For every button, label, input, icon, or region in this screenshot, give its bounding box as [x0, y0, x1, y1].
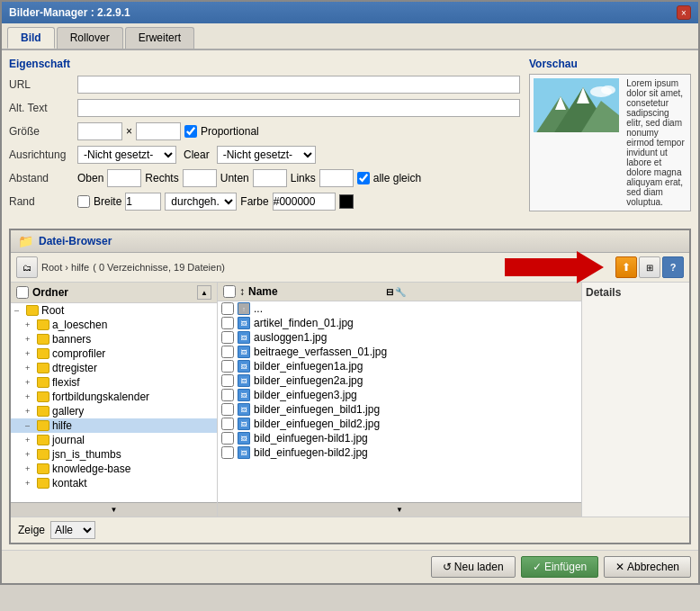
file-checkbox[interactable]	[221, 432, 234, 445]
list-item[interactable]: + fortbildungskalender	[11, 390, 217, 404]
left-panel: Eigenschaft URL Alt. Text Größe × Pro	[9, 58, 520, 216]
file-icon: ↑	[238, 302, 250, 315]
filter-icon[interactable]: 🔧	[395, 287, 406, 297]
list-item[interactable]: + gallery	[11, 404, 217, 418]
red-arrow-annotation	[505, 251, 604, 286]
list-item[interactable]: 🖼 bilder_einfuegen_bild2.jpg	[218, 417, 581, 431]
upload-button[interactable]: ⬆	[615, 256, 637, 278]
groesse-height-input[interactable]	[136, 122, 181, 140]
rand-style-select[interactable]: durchgeh...	[165, 193, 237, 211]
folder-scroll-up[interactable]: ▲	[197, 285, 211, 300]
file-checkbox[interactable]	[221, 302, 234, 315]
tab-erweitert[interactable]: Erweitert	[125, 27, 194, 49]
list-item[interactable]: 🖼 beitraege_verfassen_01.jpg	[218, 345, 581, 359]
folder-scroll-down[interactable]: ▼	[11, 502, 217, 517]
list-item[interactable]: – Root	[11, 303, 217, 318]
folder-icon	[37, 478, 49, 489]
help-button[interactable]: ?	[662, 256, 684, 278]
bottom-buttons: ↺ Neu laden ✓ Einfügen ✕ Abbrechen	[2, 550, 698, 583]
file-checkbox[interactable]	[221, 346, 234, 358]
url-group: URL	[9, 76, 520, 94]
file-checkbox[interactable]	[221, 418, 234, 430]
list-item[interactable]: + dtregister	[11, 361, 217, 375]
file-checkbox[interactable]	[221, 360, 234, 373]
abstand-rechts-input[interactable]	[183, 169, 217, 187]
expand-icon[interactable]: +	[25, 320, 34, 329]
farbe-swatch[interactable]	[339, 194, 354, 209]
folder-icon	[37, 377, 49, 388]
cancel-button[interactable]: ✕ Abbrechen	[604, 556, 691, 578]
list-item[interactable]: 🖼 bilder_einfuegen_bild1.jpg	[218, 402, 581, 417]
folder-icon	[37, 391, 49, 402]
file-name: bilder_einfuegen_bild1.jpg	[254, 403, 380, 416]
proportional-checkbox[interactable]	[184, 125, 197, 138]
url-input[interactable]	[77, 76, 520, 94]
insert-button[interactable]: ✓ Einfügen	[521, 556, 599, 578]
abstand-links-input[interactable]	[319, 169, 354, 187]
file-checkbox[interactable]	[221, 389, 234, 401]
view-toggle-button[interactable]: ⊞	[639, 256, 660, 278]
list-item[interactable]: + a_loeschen	[11, 318, 217, 332]
rand-checkbox[interactable]	[77, 195, 90, 208]
alt-text-input[interactable]	[77, 99, 520, 117]
list-item[interactable]: + knowledge-base	[11, 462, 217, 476]
tab-bild[interactable]: Bild	[7, 27, 55, 49]
list-item[interactable]: + kontakt	[11, 476, 217, 490]
expand-icon[interactable]: +	[25, 479, 34, 488]
rand-breite-input[interactable]	[125, 193, 161, 211]
list-item[interactable]: + comprofiler	[11, 346, 217, 361]
file-checkbox[interactable]	[221, 331, 234, 344]
abstand-oben-input[interactable]	[107, 169, 141, 187]
file-checkbox[interactable]	[221, 374, 234, 387]
datei-browser-label: Datei-Browser	[39, 235, 112, 247]
up-folder-button[interactable]: 🗂	[16, 256, 38, 278]
list-item[interactable]: 🖼 artikel_finden_01.jpg	[218, 316, 581, 330]
folder-select-all-checkbox[interactable]	[16, 286, 29, 299]
file-checkbox[interactable]	[221, 317, 234, 329]
close-button[interactable]: ×	[677, 5, 691, 20]
alt-text-group: Alt. Text	[9, 99, 520, 117]
expand-icon[interactable]: +	[25, 450, 34, 459]
expand-icon[interactable]: –	[14, 306, 23, 315]
expand-icon[interactable]: –	[25, 421, 34, 430]
ausrichtung2-select[interactable]: -Nicht gesetzt-	[217, 146, 316, 164]
file-checkbox[interactable]	[221, 446, 234, 459]
file-checkbox[interactable]	[221, 403, 234, 416]
ausrichtung-select[interactable]: -Nicht gesetzt-	[77, 146, 176, 164]
files-scroll-down[interactable]: ▼	[218, 502, 581, 517]
abstand-unten-input[interactable]	[253, 169, 287, 187]
reload-button[interactable]: ↺ Neu laden	[431, 556, 516, 578]
list-item[interactable]: 🖼 ausloggen1.jpg	[218, 330, 581, 345]
list-item[interactable]: + banners	[11, 332, 217, 346]
list-item[interactable]: ↑ ...	[218, 301, 581, 316]
file-icon: 🖼	[238, 403, 250, 416]
list-item[interactable]: – hilfe	[11, 418, 217, 433]
groesse-width-input[interactable]	[77, 122, 122, 140]
list-item[interactable]: 🖼 bild_einfuegen-bild2.jpg	[218, 445, 581, 460]
expand-icon[interactable]: +	[25, 378, 34, 387]
tab-rollover[interactable]: Rollover	[57, 27, 123, 49]
zeige-select[interactable]: Alle	[50, 521, 95, 539]
view-icon[interactable]: ⊟	[386, 287, 393, 297]
arrow-svg	[505, 251, 604, 283]
files-select-all-checkbox[interactable]	[223, 285, 236, 298]
list-item[interactable]: + flexisf	[11, 375, 217, 390]
sort-icon[interactable]: ↕	[239, 285, 245, 298]
expand-icon[interactable]: +	[25, 464, 34, 473]
expand-icon[interactable]: +	[25, 436, 34, 445]
expand-icon[interactable]: +	[25, 392, 34, 401]
groesse-x: ×	[126, 125, 132, 138]
expand-icon[interactable]: +	[25, 335, 34, 344]
list-item[interactable]: 🖼 bilder_einfuegen3.jpg	[218, 388, 581, 402]
alle-gleich-checkbox[interactable]	[357, 172, 370, 184]
expand-icon[interactable]: +	[25, 407, 34, 416]
list-item[interactable]: 🖼 bilder_einfuegen1a.jpg	[218, 359, 581, 373]
rand-farbe-input[interactable]	[273, 193, 336, 211]
expand-icon[interactable]: +	[25, 349, 34, 358]
expand-icon[interactable]: +	[25, 364, 34, 373]
list-item[interactable]: + journal	[11, 433, 217, 447]
file-name: bilder_einfuegen1a.jpg	[254, 360, 363, 373]
list-item[interactable]: 🖼 bild_einfuegen-bild1.jpg	[218, 431, 581, 445]
list-item[interactable]: 🖼 bilder_einfuegen2a.jpg	[218, 373, 581, 388]
list-item[interactable]: + jsn_is_thumbs	[11, 447, 217, 462]
